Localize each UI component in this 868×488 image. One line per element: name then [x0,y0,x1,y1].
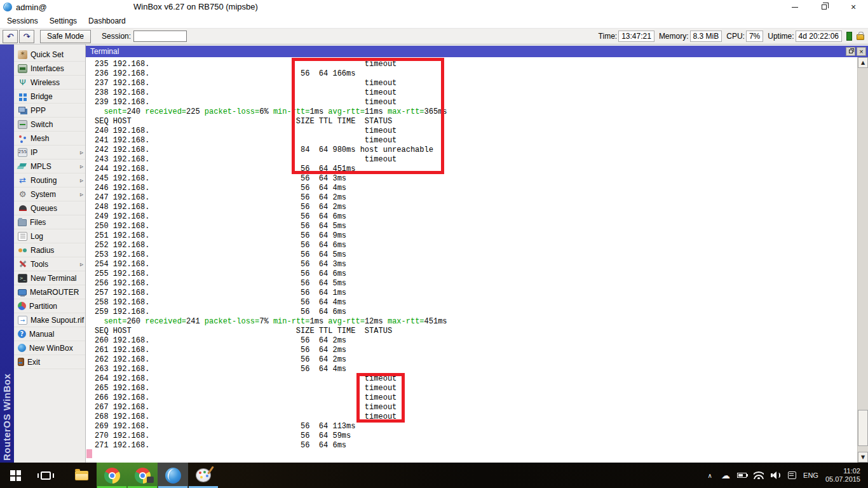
terminal-window: Terminal × 235 192.168. timeout236 192.1… [86,46,868,463]
menu-dashboard[interactable]: Dashboard [83,15,132,27]
partition-icon [18,302,26,310]
restore-icon [822,4,827,10]
taskbar-app-chrome-incognito[interactable] [127,463,158,488]
sidebar-item-partition[interactable]: Partition [14,299,85,313]
terminal-body[interactable]: 235 192.168. timeout236 192.168. 56 64 1… [86,57,868,463]
terminal-output: 235 192.168. timeout236 192.168. 56 64 1… [95,60,447,451]
scrollbar-thumb[interactable] [858,410,868,446]
undo-button[interactable]: ↶ [3,30,18,43]
sidebar-item-manual[interactable]: Manual [14,327,85,341]
terminal-line: 257 192.168. 56 64 1ms [95,288,447,298]
sidebar-item-ip[interactable]: 255IP▹ [14,146,85,159]
session-input[interactable] [133,30,187,42]
sidebar-item-ppp[interactable]: PPP [14,104,85,118]
volume-icon[interactable] [771,470,780,480]
onedrive-cloud-icon[interactable]: ☁ [721,470,730,480]
sidebar-item-new-winbox[interactable]: New WinBox [14,341,85,355]
winbox-globe-icon [165,468,181,484]
taskbar-app-file-explorer[interactable] [66,463,97,488]
menubar: Sessions Settings Dashboard [0,14,868,28]
close-button[interactable]: × [839,0,868,14]
sidebar-item-queues[interactable]: Queues [14,201,85,215]
submenu-arrow-icon: ▹ [80,177,83,184]
sidebar-item-label: Files [30,218,46,227]
battery-icon[interactable] [737,470,747,480]
sidebar-item-log[interactable]: Log [14,229,85,243]
sidebar-item-metarouter[interactable]: MetaROUTER [14,285,85,299]
restore-button[interactable] [810,0,839,14]
sidebar-item-files[interactable]: Files [14,215,85,229]
sidebar-item-routing[interactable]: Routing▹ [14,173,85,187]
terminal-line: 259 192.168. 56 64 6ms [95,308,447,317]
new-terminal-icon [18,274,27,283]
taskbar-app-winbox[interactable] [158,463,188,488]
terminal-line: 268 192.168. timeout [95,412,447,422]
sidebar-item-label: Radius [31,246,54,255]
log-icon [18,232,27,241]
sidebar-item-quick-set[interactable]: Quick Set [14,48,85,62]
sidebar-item-exit[interactable]: Exit [14,355,85,369]
terminal-scrollbar[interactable]: ▲ ▼ [857,57,868,463]
sidebar-item-wireless[interactable]: Wireless [14,76,85,90]
sidebar-item-new-terminal[interactable]: New Terminal [14,271,85,285]
menu-sessions[interactable]: Sessions [1,15,44,27]
terminal-line: sent=240 received=225 packet-loss=6% min… [95,107,447,117]
status-stats: Time: 13:47:21 Memory: 8.3 MiB CPU: 7% U… [594,30,865,42]
terminal-line: 239 192.168. timeout [95,98,447,107]
terminal-line: 251 192.168. 56 64 9ms [95,231,447,241]
incognito-badge-icon [147,477,154,483]
terminal-line: 244 192.168. 56 64 451ms [95,165,447,174]
main-area: RouterOS WinBox Quick SetInterfacesWirel… [0,44,868,463]
secure-lock-icon [857,34,864,40]
sidebar-item-label: Switch [31,120,53,129]
bridge-icon [18,92,27,101]
terminal-line: 263 192.168. 56 64 4ms [95,365,447,374]
system-icon [18,190,27,199]
sidebar: Quick SetInterfacesWirelessBridgePPPSwit… [14,44,86,463]
taskbar-app-task-view[interactable] [31,463,61,488]
scroll-down-button[interactable]: ▼ [858,452,868,463]
ip-icon: 255 [18,148,27,157]
scroll-up-button[interactable]: ▲ [858,57,868,68]
terminal-restore-button[interactable] [846,47,855,56]
session-label: Session: [102,32,131,41]
wifi-icon[interactable] [754,470,764,480]
sidebar-item-label: PPP [31,106,46,115]
taskbar-clock[interactable]: 11:02 05.07.2015 [825,467,860,484]
taskbar-app-start[interactable] [0,463,31,488]
window-controls: × [780,0,868,14]
terminal-line: 248 192.168. 56 64 2ms [95,203,447,212]
sidebar-item-mpls[interactable]: MPLS▹ [14,159,85,173]
time-value: 13:47:21 [618,30,654,42]
arrow-down-icon: ▼ [861,452,865,462]
terminal-line: 241 192.168. timeout [95,136,447,146]
file-explorer-icon [75,471,88,480]
safe-mode-button[interactable]: Safe Mode [40,30,91,43]
sidebar-item-radius[interactable]: Radius [14,243,85,257]
sidebar-item-bridge[interactable]: Bridge [14,90,85,104]
sidebar-item-mesh[interactable]: Mesh [14,132,85,146]
metarouter-icon [18,289,27,295]
terminal-line: 246 192.168. 56 64 4ms [95,184,447,193]
sidebar-item-switch[interactable]: Switch [14,118,85,132]
submenu-arrow-icon: ▹ [80,191,83,198]
menu-settings[interactable]: Settings [44,15,83,27]
terminal-line: 245 192.168. 56 64 3ms [95,174,447,184]
terminal-line: 238 192.168. timeout [95,88,447,98]
minimize-button[interactable] [780,0,810,14]
action-center-icon[interactable] [787,470,796,480]
language-indicator[interactable]: ENG [803,471,818,479]
sidebar-item-interfaces[interactable]: Interfaces [14,62,85,76]
terminal-line: 247 192.168. 56 64 2ms [95,193,447,203]
sidebar-item-tools[interactable]: Tools▹ [14,257,85,271]
tray-chevron-up-icon[interactable]: ∧ [705,470,714,480]
sidebar-item-supout[interactable]: Make Supout.rif [14,313,85,327]
terminal-close-button[interactable]: × [857,47,866,56]
terminal-line: 261 192.168. 56 64 2ms [95,346,447,355]
sidebar-item-system[interactable]: System▹ [14,187,85,201]
taskbar-app-paint[interactable] [188,463,219,488]
uptime-label: Uptime: [768,32,794,41]
redo-button[interactable]: ↷ [19,30,34,43]
taskbar-app-chrome[interactable] [97,463,127,488]
terminal-line: 249 192.168. 56 64 6ms [95,212,447,222]
